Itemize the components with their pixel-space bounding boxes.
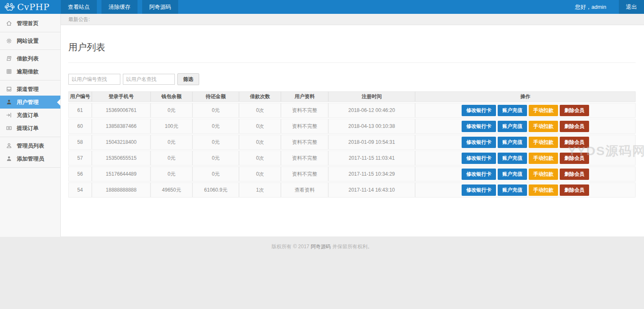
cell-loan-count: 0次 [239, 135, 281, 150]
username-search-input[interactable] [123, 74, 175, 85]
cell-register-time: 2017-11-15 10:34:29 [328, 166, 415, 182]
topbar-nav: 查看站点清除缓存阿奇源码 [61, 0, 183, 14]
cell-amount-due: 0元 [192, 103, 239, 118]
sidebar-item-label: 管理员列表 [17, 142, 44, 150]
delete-member-button[interactable]: 删除会员 [560, 184, 589, 196]
manual-deduct-button[interactable]: 手动扣款 [529, 105, 558, 116]
cell-wallet-balance: 49650元 [151, 182, 192, 197]
edit-bank-card-button[interactable]: 修改银行卡 [462, 121, 496, 132]
cell-user-id: 57 [68, 151, 92, 166]
logout-button[interactable]: 退出 [619, 0, 644, 14]
sidebar-item-user[interactable]: 用户管理 [0, 96, 60, 109]
cell-amount-due: 0元 [192, 166, 239, 182]
cell-loan-count: 0次 [239, 119, 281, 134]
sidebar-item-gear[interactable]: 网站设置 [0, 34, 60, 47]
filter-button[interactable]: 筛选 [177, 73, 199, 85]
account-recharge-button[interactable]: 账户充值 [498, 105, 527, 116]
home-icon [6, 20, 12, 26]
edit-bank-card-button[interactable]: 修改银行卡 [462, 137, 496, 148]
cell-wallet-balance: 0元 [151, 103, 192, 118]
cell-wallet-balance: 0元 [151, 135, 192, 150]
sidebar-group-0: 管理首页 [0, 15, 60, 32]
cell-user-id: 56 [68, 166, 92, 182]
cell-phone: 15176644489 [92, 166, 151, 182]
sidebar-item-admin-list[interactable]: 管理员列表 [0, 139, 60, 152]
account-recharge-button[interactable]: 账户充值 [498, 153, 527, 164]
edit-bank-card-button[interactable]: 修改银行卡 [462, 169, 496, 180]
topbar-nav-item-0[interactable]: 查看站点 [61, 0, 97, 14]
cell-user-id: 54 [68, 182, 92, 197]
cell-wallet-balance: 100元 [151, 119, 192, 134]
copyright-prefix: 版权所有 © 2017 [272, 244, 311, 249]
sidebar-item-add-admin[interactable]: 添加管理员 [0, 152, 60, 165]
delete-member-button[interactable]: 删除会员 [560, 169, 589, 180]
sidebar-item-label: 管理首页 [17, 20, 39, 27]
paw-icon [4, 3, 15, 12]
cell-register-time: 2017-11-14 16:43:10 [328, 182, 415, 197]
topbar-nav-item-2[interactable]: 阿奇源码 [142, 0, 178, 14]
delete-member-button[interactable]: 删除会员 [560, 153, 589, 164]
manual-deduct-button[interactable]: 手动扣款 [529, 184, 558, 196]
table-row: 57153506555150元0元0次资料不完整2017-11-15 11:03… [68, 151, 636, 166]
sidebar-item-home[interactable]: 管理首页 [0, 17, 60, 30]
greeting-text: 您好，admin [575, 0, 606, 14]
account-recharge-button[interactable]: 账户充值 [498, 169, 527, 180]
cell-actions: 修改银行卡账户充值手动扣款删除会员 [415, 166, 636, 182]
edit-bank-card-button[interactable]: 修改银行卡 [462, 153, 496, 164]
cell-phone: 15350655515 [92, 151, 151, 166]
column-header-4: 借款次数 [239, 91, 281, 102]
cell-profile: 资料不完整 [281, 166, 328, 182]
sidebar-item-channel[interactable]: 渠道管理 [0, 83, 60, 96]
active-item-arrow [57, 99, 60, 106]
copyright-suffix: 并保留所有权利。 [331, 244, 372, 249]
cell-amount-due: 0元 [192, 135, 239, 150]
cell-actions: 修改银行卡账户充值手动扣款删除会员 [415, 182, 636, 197]
copyright-site-link[interactable]: 阿奇源码 [311, 244, 331, 249]
sidebar-item-table[interactable]: 逾期借款 [0, 65, 60, 78]
column-header-0: 用户编号 [68, 91, 92, 102]
cell-wallet-balance: 0元 [151, 151, 192, 166]
table-row: 61153690067610元0元0次资料不完整2018-06-12 00:46… [68, 103, 636, 118]
delete-member-button[interactable]: 删除会员 [560, 105, 589, 116]
sidebar-item-book[interactable]: 借款列表 [0, 52, 60, 65]
cell-actions: 修改银行卡账户充值手动扣款删除会员 [415, 103, 636, 118]
cell-phone: 15369006761 [92, 103, 151, 118]
manual-deduct-button[interactable]: 手动扣款 [529, 137, 558, 148]
logo[interactable]: CvPHP [0, 0, 61, 14]
cell-profile[interactable]: 查看资料 [281, 182, 328, 197]
column-header-1: 登录手机号 [92, 91, 151, 102]
topbar-nav-item-1[interactable]: 清除缓存 [101, 0, 138, 14]
sidebar-item-recharge[interactable]: 充值订单 [0, 109, 60, 122]
sidebar-group-1: 网站设置 [0, 32, 60, 50]
account-recharge-button[interactable]: 账户充值 [498, 121, 527, 132]
table-row: 6013858387466100元0元0次资料不完整2018-04-13 00:… [68, 119, 636, 134]
sidebar-item-label: 用户管理 [17, 99, 39, 106]
admin-page: CvPHP 查看站点清除缓存阿奇源码 您好，admin 退出 管理首页网站设置借… [0, 0, 644, 309]
delete-member-button[interactable]: 删除会员 [560, 137, 589, 148]
cell-profile: 资料不完整 [281, 135, 328, 150]
sidebar-item-label: 充值订单 [17, 112, 39, 119]
manual-deduct-button[interactable]: 手动扣款 [529, 169, 558, 180]
footer-area: 版权所有 © 2017 阿奇源码 并保留所有权利。 [0, 237, 644, 309]
edit-bank-card-button[interactable]: 修改银行卡 [462, 184, 496, 196]
user-id-search-input[interactable] [68, 74, 120, 85]
manual-deduct-button[interactable]: 手动扣款 [529, 121, 558, 132]
cell-loan-count: 1次 [239, 182, 281, 197]
account-recharge-button[interactable]: 账户充值 [498, 184, 527, 196]
cell-profile: 资料不完整 [281, 151, 328, 166]
user-icon [6, 99, 12, 105]
body-row: 管理首页网站设置借款列表逾期借款渠道管理用户管理充值订单提现订单管理员列表添加管… [0, 14, 644, 237]
delete-member-button[interactable]: 删除会员 [560, 121, 589, 132]
account-recharge-button[interactable]: 账户充值 [498, 137, 527, 148]
cell-user-id: 58 [68, 135, 92, 150]
manual-deduct-button[interactable]: 手动扣款 [529, 153, 558, 164]
announcement-bar: 最新公告: [61, 14, 644, 25]
sidebar-item-withdraw[interactable]: 提现订单 [0, 122, 60, 135]
table-icon [6, 68, 12, 75]
cell-user-id: 60 [68, 119, 92, 134]
search-row: 筛选 [68, 73, 636, 85]
edit-bank-card-button[interactable]: 修改银行卡 [462, 105, 496, 116]
cell-profile: 资料不完整 [281, 103, 328, 118]
gear-icon [6, 38, 12, 44]
cell-actions: 修改银行卡账户充值手动扣款删除会员 [415, 151, 636, 166]
